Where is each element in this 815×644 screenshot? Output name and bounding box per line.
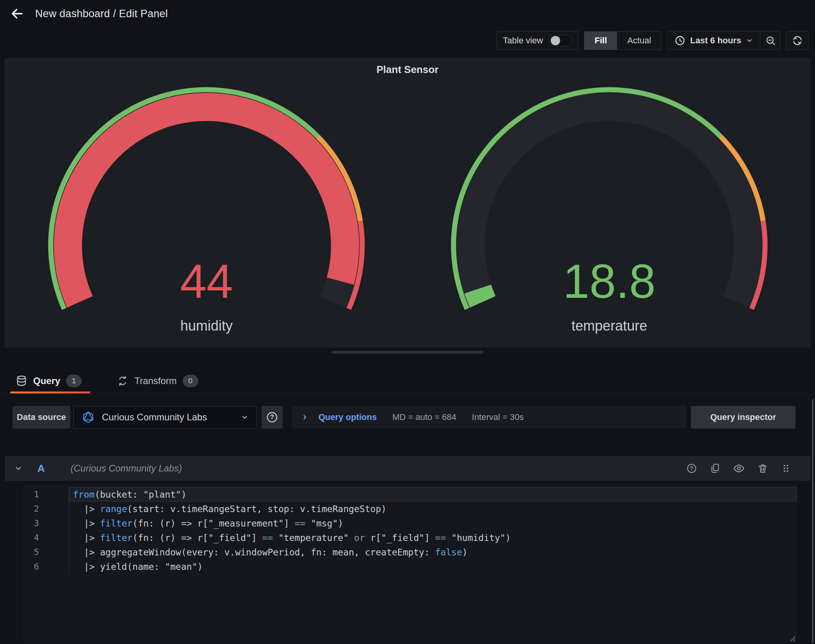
query-ref-id: A xyxy=(37,463,45,475)
flux-query-editor[interactable]: 1from(bucket: "plant")2 |> range(start: … xyxy=(23,485,797,643)
query-help-button[interactable]: ? xyxy=(686,463,697,474)
panel-toolbar: Table view Fill Actual Last 6 hours xyxy=(496,31,809,50)
toggle-knob xyxy=(551,36,560,45)
datasource-row: Data source Curious Community Labs ? Que… xyxy=(12,406,795,429)
query-options-bar: Query options MD = auto = 684 Interval =… xyxy=(292,406,686,429)
query-inspector-button[interactable]: Query inspector xyxy=(691,406,795,429)
drag-handle[interactable] xyxy=(781,463,791,474)
copy-icon xyxy=(710,463,721,474)
panel-resize-handle[interactable] xyxy=(331,351,484,354)
tab-query[interactable]: Query 1 xyxy=(12,368,85,393)
chevron-right-icon xyxy=(301,414,308,421)
datasource-label: Data source xyxy=(12,406,70,429)
query-count-badge: 1 xyxy=(66,375,82,387)
chevron-down-icon xyxy=(746,37,753,44)
datasource-picker[interactable]: Curious Community Labs xyxy=(73,406,257,429)
eye-icon xyxy=(733,463,745,474)
query-datasource-hint: (Curious Community Labs) xyxy=(71,463,182,474)
query-options-toggle[interactable]: Query options xyxy=(301,412,377,422)
svg-text:?: ? xyxy=(690,465,694,471)
line-content: from(bucket: "plant") xyxy=(69,487,797,502)
transform-count-badge: 0 xyxy=(183,375,198,387)
table-view-toggle[interactable] xyxy=(549,35,572,46)
line-number: 5 xyxy=(23,547,39,557)
collapse-chevron-icon[interactable] xyxy=(14,464,23,473)
line-number: 4 xyxy=(23,533,39,543)
line-content: |> filter(fn: (r) => r["_measurement"] =… xyxy=(69,516,797,530)
refresh-button[interactable] xyxy=(786,31,809,50)
interval-stat: Interval = 30s xyxy=(472,412,524,422)
line-number: 2 xyxy=(23,504,39,514)
time-picker-group: Last 6 hours xyxy=(667,31,781,50)
tab-transform[interactable]: Transform 0 xyxy=(114,368,201,393)
fill-actual-switch: Fill Actual xyxy=(584,31,662,50)
line-content: |> filter(fn: (r) => r["_field"] == "tem… xyxy=(69,530,797,545)
code-line[interactable]: 5 |> aggregateWindow(every: v.windowPeri… xyxy=(23,545,797,559)
line-number: 1 xyxy=(23,489,39,499)
time-range-button[interactable]: Last 6 hours xyxy=(667,32,760,50)
code-line[interactable]: 1from(bucket: "plant") xyxy=(23,487,797,502)
max-data-points-stat: MD = auto = 684 xyxy=(392,412,456,422)
query-options-label: Query options xyxy=(319,412,377,422)
datasource-name: Curious Community Labs xyxy=(102,412,207,423)
fill-button[interactable]: Fill xyxy=(584,32,617,50)
zoom-out-icon xyxy=(765,35,776,46)
scrollbar-thumb[interactable] xyxy=(812,399,813,643)
gauge-value: 18.8 xyxy=(563,255,655,308)
tab-transform-label: Transform xyxy=(134,375,176,386)
gauge-value-arc xyxy=(478,289,483,302)
refresh-icon xyxy=(792,35,803,46)
tab-query-label: Query xyxy=(33,375,60,386)
trash-icon xyxy=(757,463,768,474)
line-content: |> aggregateWindow(every: v.windowPeriod… xyxy=(69,545,797,559)
gauge-label: temperature xyxy=(571,318,647,334)
page-title: New dashboard / Edit Panel xyxy=(35,8,168,20)
code-line[interactable]: 4 |> filter(fn: (r) => r["_field"] == "t… xyxy=(23,530,797,545)
editor-tabs: Query 1 Transform 0 xyxy=(12,368,201,393)
tabs-divider xyxy=(0,394,815,394)
line-content: |> yield(name: "mean") xyxy=(69,559,797,574)
editor-resize-corner[interactable] xyxy=(787,633,796,642)
gauge-panel: Plant Sensor 44humidity 18.8temperature xyxy=(5,59,810,347)
chevron-down-icon xyxy=(241,413,249,421)
delete-query-button[interactable] xyxy=(757,463,768,474)
back-arrow-icon xyxy=(10,7,24,21)
query-row-header[interactable]: A (Curious Community Labs) ? xyxy=(5,456,810,481)
grip-dots-icon xyxy=(781,463,791,474)
gauge-value: 44 xyxy=(180,255,233,308)
line-number: 6 xyxy=(23,562,39,571)
code-lines: 1from(bucket: "plant")2 |> range(start: … xyxy=(23,487,797,574)
table-view-group: Table view xyxy=(496,31,579,50)
back-button[interactable] xyxy=(9,5,26,22)
grafana-edit-panel-page: New dashboard / Edit Panel Table view Fi… xyxy=(0,0,815,644)
zoom-out-time-button[interactable] xyxy=(760,32,780,50)
query-row-actions: ? xyxy=(686,463,801,474)
toggle-visibility-button[interactable] xyxy=(733,463,745,474)
code-line[interactable]: 6 |> yield(name: "mean") xyxy=(23,559,797,574)
time-range-label: Last 6 hours xyxy=(690,36,741,46)
actual-button[interactable]: Actual xyxy=(617,32,661,50)
svg-text:?: ? xyxy=(270,414,274,420)
duplicate-query-button[interactable] xyxy=(710,463,721,474)
help-circle-icon: ? xyxy=(686,463,697,474)
code-line[interactable]: 2 |> range(start: v.timeRangeStart, stop… xyxy=(23,502,797,516)
line-content: |> range(start: v.timeRangeStart, stop: … xyxy=(69,502,797,516)
clock-icon xyxy=(674,35,685,46)
datasource-help-button[interactable]: ? xyxy=(262,406,283,429)
help-circle-icon: ? xyxy=(266,411,278,423)
database-icon xyxy=(16,375,27,387)
humidity-gauge: 44humidity xyxy=(5,59,408,347)
active-tab-underline xyxy=(10,391,90,393)
datasource-logo-icon xyxy=(82,411,95,424)
transform-icon xyxy=(117,375,128,387)
gauge-label: humidity xyxy=(180,318,233,334)
code-line[interactable]: 3 |> filter(fn: (r) => r["_measurement"]… xyxy=(23,516,797,530)
page-header: New dashboard / Edit Panel xyxy=(0,0,815,27)
table-view-label: Table view xyxy=(503,36,543,46)
line-number: 3 xyxy=(23,518,39,528)
temperature-gauge: 18.8temperature xyxy=(408,59,811,347)
